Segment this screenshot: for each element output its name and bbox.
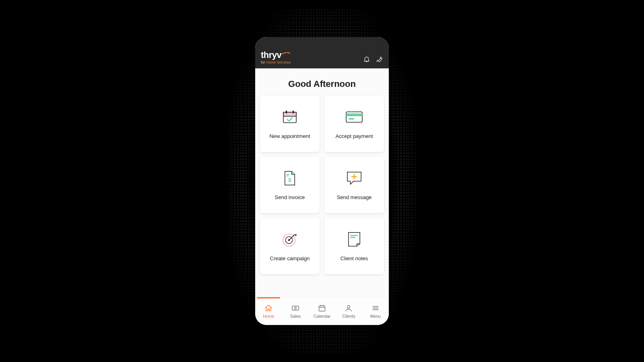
header-icon-group <box>363 56 383 64</box>
svg-rect-4 <box>293 111 294 113</box>
tab-sales[interactable]: Sales <box>282 297 308 325</box>
card-send-message[interactable]: Send message <box>324 157 384 213</box>
rocket-icon[interactable] <box>376 56 383 63</box>
svg-rect-3 <box>286 111 287 113</box>
card-client-notes[interactable]: Client notes <box>324 218 384 274</box>
brand-name: thryv <box>261 51 291 60</box>
card-label: Accept payment <box>335 133 373 139</box>
brand-subline: for Home Services <box>261 60 291 64</box>
greeting-heading: Good Afternoon <box>259 79 385 89</box>
brand-subline-suffix: Home Services <box>266 60 291 64</box>
card-label: Create campaign <box>270 255 310 261</box>
brand-swoosh-icon <box>282 52 290 55</box>
card-label: Client notes <box>341 255 368 261</box>
svg-rect-2 <box>283 112 296 116</box>
action-grid: New appointment Accept payment <box>259 96 385 274</box>
bell-icon[interactable] <box>363 56 370 63</box>
money-icon <box>291 304 299 312</box>
invoice-icon: $ <box>281 170 299 186</box>
card-label: Send invoice <box>275 194 305 200</box>
home-icon <box>264 304 272 312</box>
tab-menu[interactable]: Menu <box>362 297 389 325</box>
svg-point-17 <box>295 307 296 309</box>
tab-home[interactable]: Home <box>255 297 282 325</box>
menu-icon <box>372 304 380 312</box>
tab-label: Sales <box>290 314 300 319</box>
svg-rect-6 <box>346 113 362 116</box>
app-header: thryv for Home Services <box>255 37 389 68</box>
credit-card-icon <box>345 109 363 125</box>
tab-label: Clients <box>342 314 355 319</box>
svg-rect-7 <box>349 118 354 119</box>
brand-subline-prefix: for <box>261 60 266 64</box>
bottom-tab-bar: Home Sales Calendar Clients <box>255 297 389 325</box>
calendar-icon <box>318 304 326 312</box>
card-create-campaign[interactable]: Create campaign <box>260 218 320 274</box>
card-accept-payment[interactable]: Accept payment <box>324 96 384 152</box>
message-plus-icon <box>345 170 363 186</box>
svg-rect-18 <box>319 306 325 311</box>
brand-block: thryv for Home Services <box>261 51 291 64</box>
card-send-invoice[interactable]: $ Send invoice <box>260 157 320 213</box>
notes-page-icon <box>345 231 363 247</box>
target-arrow-icon <box>281 231 299 247</box>
svg-text:$: $ <box>288 177 291 183</box>
main-content: Good Afternoon New appointment <box>255 68 389 297</box>
svg-rect-5 <box>346 112 362 122</box>
tab-label: Menu <box>370 314 381 319</box>
tab-clients[interactable]: Clients <box>335 297 362 325</box>
card-label: Send message <box>337 194 372 200</box>
card-label: New appointment <box>269 133 310 139</box>
svg-point-0 <box>380 58 381 59</box>
tab-calendar[interactable]: Calendar <box>309 297 335 325</box>
tab-label: Calendar <box>314 314 331 319</box>
card-new-appointment[interactable]: New appointment <box>260 96 320 152</box>
phone-frame: thryv for Home Services Good Aft <box>255 37 389 325</box>
calendar-check-icon <box>281 109 299 125</box>
svg-rect-16 <box>292 306 299 310</box>
brand-text: thryv <box>261 51 281 60</box>
svg-point-22 <box>347 305 350 308</box>
tab-label: Home <box>263 314 274 319</box>
person-icon <box>345 304 353 312</box>
